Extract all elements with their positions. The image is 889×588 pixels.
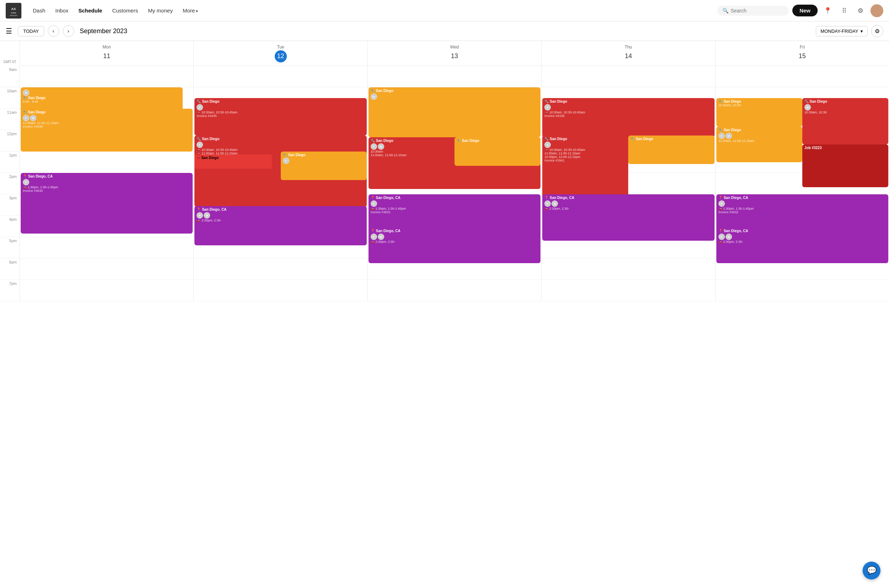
calendar-settings-button[interactable]: ⚙ [871,25,883,37]
time-4pm: 4pm [0,216,20,237]
event-time: 🚗 2:30pm, 2:30- [544,207,712,210]
event-avatar: F [23,179,29,185]
event-thu-1[interactable]: 🔧 San Diego F 🚗 10:30am, 10:30-10:45am I… [542,98,714,137]
event-time: 🚗 2:30pm, 2:30- [371,240,538,243]
event-title: 🔧 San Diego [805,99,886,104]
event-fri-6[interactable]: 📍 San Diego, CA F M 🚗 2:30pm, 2:30- [716,228,888,263]
view-label: MONDAY-FRIDAY [820,28,858,34]
menu-icon[interactable]: ☰ [6,27,12,35]
svg-text:SERVICES: SERVICES [10,15,17,16]
svg-point-5 [872,13,881,17]
view-selector[interactable]: MONDAY-FRIDAY ▾ [816,26,868,36]
search-box[interactable]: 🔍 [718,6,789,16]
event-avatar: F [371,234,377,240]
days-grid: Mon 11 M [20,41,889,301]
svg-text:HOME: HOME [11,12,17,14]
calendar-toolbar: ☰ TODAY ‹ › September 2023 MONDAY-FRIDAY… [0,21,889,41]
avatar[interactable] [871,4,883,17]
event-title: 🔧 San Diego [197,137,364,141]
event-mon-2[interactable]: 🔧 San Diego F M 11:00am, 11:00-11:15am I… [21,109,193,152]
event-avatar: M [725,133,732,139]
nav-more[interactable]: More [179,4,202,16]
nav-inbox[interactable]: Inbox [51,4,73,16]
svg-point-4 [874,6,880,12]
time-11am: 11am [0,109,20,130]
time-2pm: 2pm [0,173,20,194]
navbar: AA HOME SERVICES Dash Inbox Schedule Cus… [0,0,889,21]
nav-mymoney[interactable]: My money [144,4,177,16]
event-time: 10:30am, 10:30 [805,111,886,114]
event-title: 🔧 San Diego [371,89,538,93]
time-1pm: 1pm [0,152,20,173]
event-title: 📍 San Diego, CA [371,196,538,200]
event-fri-2[interactable]: 🔧 San Diego M 10:30am, 10:30 [802,98,888,144]
event-time: 🚗 10:30am, 10:30-10:45am [544,148,626,152]
event-avatar: M [30,115,36,121]
event-title: 📍 San Diego, CA [371,229,538,233]
event-fri-3[interactable]: 🔧 San Diego F M 11:00am, 11:00-11:15am [716,127,802,162]
event-time: 🚗 1:30pm, 1:30-1:45pm [718,207,886,210]
apps-icon[interactable]: ⠿ [838,4,850,17]
event-avatar: F [544,200,551,207]
event-invoice: Invoice #3631 [371,210,538,214]
event-time: 🚗 2:30pm, 2:30- [718,240,886,243]
prev-arrow[interactable]: ‹ [48,26,59,37]
today-button[interactable]: TODAY [18,26,44,36]
time-12pm: 12pm [0,130,20,152]
event-title: 🔧 San Diego [630,137,712,141]
day-num-fri: 15 [796,50,808,62]
navbar-right: 🔍 New 📍 ⠿ ⚙ [718,4,883,17]
event-title: 🔧 San Diego [544,137,626,141]
event-thu-3[interactable]: 📍 San Diego, CA F M 🚗 2:30pm, 2:30- [542,194,714,241]
event-time: 🚗 10:30am, 10:30-10:45am [544,111,712,114]
day-num-wed: 13 [448,50,461,62]
nav-links: Dash Inbox Schedule Customers My money M… [29,4,718,16]
location-icon[interactable]: 📍 [821,4,834,17]
event-tue-san[interactable]: 🔧 San Diego F [281,152,367,180]
event-avatar: F [544,104,551,111]
day-name-fri: Fri [800,45,805,50]
day-header-mon: Mon 11 [20,41,193,66]
next-arrow[interactable]: › [63,26,74,37]
day-num-thu: 14 [622,50,634,62]
nav-customers[interactable]: Customers [108,4,142,16]
settings-icon[interactable]: ⚙ [854,4,867,17]
event-mon-3[interactable]: 📍 San Diego, CA F 🚗 1:30pm, 1:30-1:45pm … [21,173,193,234]
event-avatar: M [371,93,377,100]
event-tue-3[interactable]: 📍 San Diego, CA F M 🚗 2:30pm, 2:30- [194,206,366,245]
day-name-mon: Mon [103,45,111,50]
event-title: 📍 San Diego, CA [197,207,364,212]
new-button[interactable]: New [792,4,818,16]
event-wed-5[interactable]: 📍 San Diego, CA F M 🚗 2:30pm, 2:30- [368,228,541,263]
event-invoice: Invoice #3941 [544,159,626,162]
event-avatar: M [805,104,811,111]
hour-1-mon [20,152,193,173]
event-avatar: F [718,200,725,207]
event-fri-1[interactable]: 🔧 San Diego 10:30am, 10:30- [716,98,802,127]
nav-dash[interactable]: Dash [29,4,50,16]
event-wed-1[interactable]: 🔧 San Diego M [368,87,541,137]
event-avatar: M [204,212,210,219]
event-title: 🔧 San Diego [23,110,191,114]
event-title: ↔ San Diego [197,156,270,160]
event-fri-4[interactable]: Job #3223 [802,144,888,187]
event-avatar: F [283,158,289,164]
search-input[interactable] [731,8,784,14]
event-avatar: F [23,115,29,121]
logo[interactable]: AA HOME SERVICES [6,3,21,18]
calendar-container: GMT-07 9am 10am 11am 12pm 1pm 2pm 3pm 4p… [0,41,889,301]
event-tue-arrow[interactable]: ↔ San Diego [194,154,272,169]
event-wed-3[interactable]: 🔧 San Diego [455,137,541,166]
event-title: 🔧 San Diego [718,128,800,132]
event-time: 11:00am, 11:00-11:15am [718,139,800,142]
event-avatar: F [718,133,725,139]
event-tue-1[interactable]: 🔧 San Diego F 🚗 10:30am, 10:30-10:45am I… [194,98,366,135]
hour-7-mon [20,280,193,301]
event-title: 🔧 San Diego [23,96,180,100]
gmt-label: GMT-07 [0,41,20,66]
event-title: 📍 San Diego, CA [718,196,886,200]
nav-schedule[interactable]: Schedule [74,4,107,16]
event-thu-orange[interactable]: 🔧 San Diego [628,135,714,164]
time-5pm: 5pm [0,237,20,258]
time-3pm: 3pm [0,194,20,216]
